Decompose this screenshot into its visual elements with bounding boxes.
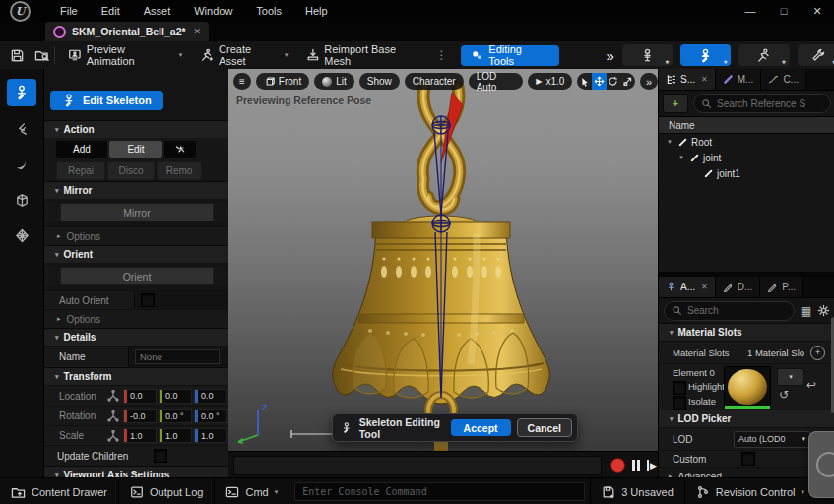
toolbar-overflow-icon[interactable]: » — [607, 47, 614, 64]
timeline-scrubber[interactable] — [233, 456, 602, 475]
location-x-field[interactable]: 0.0 — [123, 389, 157, 404]
tree-row-root[interactable]: ▾ Root — [659, 134, 834, 150]
location-z-field[interactable]: 0.0 — [194, 389, 227, 404]
tab-close-icon[interactable]: ✕ — [194, 27, 202, 36]
menu-file[interactable]: File — [48, 2, 90, 20]
cancel-button[interactable]: Cancel — [517, 418, 572, 437]
tree-row-joint1[interactable]: joint1 — [659, 165, 834, 181]
tab-asset-details[interactable]: A... ✕ — [659, 277, 716, 297]
unreal-logo-icon[interactable]: U — [10, 1, 31, 22]
add-bone-button[interactable]: + — [663, 94, 688, 113]
auto-orient-checkbox[interactable] — [141, 293, 155, 307]
tree-row-joint[interactable]: ▾ joint — [659, 150, 834, 165]
highlight-checkbox[interactable] — [673, 381, 686, 395]
bend-tool-button[interactable] — [7, 152, 36, 177]
floating-drawer-handle[interactable] — [808, 431, 834, 498]
undo-arrow-icon[interactable]: ↩ — [806, 378, 816, 392]
tab-skeleton-tree[interactable]: S... ✕ — [659, 69, 716, 90]
tree-column-header[interactable]: Name — [659, 116, 834, 134]
camera-mode-button[interactable]: Front — [256, 73, 309, 90]
material-thumbnail[interactable] — [724, 366, 771, 409]
select-bone-button[interactable] — [164, 141, 196, 158]
pause-button[interactable] — [632, 460, 640, 471]
tab-close-icon[interactable]: ✕ — [701, 283, 708, 291]
close-button[interactable]: ✕ — [801, 5, 834, 18]
3d-viewport[interactable]: Z ≡ Front Lit Show Character LOD Auto ▶ … — [228, 69, 658, 451]
rotation-y-field[interactable]: 0.0 ° — [159, 409, 192, 423]
mirror-button[interactable]: Mirror — [60, 203, 214, 221]
view-mode-button[interactable]: Lit — [314, 73, 354, 90]
lod-dropdown[interactable]: Auto (LOD0 ▾ — [734, 431, 810, 448]
mesh-tool-button[interactable] — [7, 187, 36, 213]
save-icon[interactable] — [10, 48, 25, 63]
menu-window[interactable]: Window — [182, 2, 244, 20]
character-button[interactable]: Character — [405, 73, 464, 90]
material-dropdown-button[interactable]: ▾ — [777, 368, 804, 386]
menu-edit[interactable]: Edit — [90, 2, 132, 20]
sphere-tool-button[interactable] — [7, 222, 36, 248]
isolate-checkbox[interactable] — [673, 396, 686, 410]
scale-x-field[interactable]: 1.0 — [123, 428, 157, 443]
rotate-tool-button[interactable] — [607, 73, 621, 90]
editing-tools-button[interactable]: Editing Tools — [461, 45, 559, 66]
expander-icon[interactable]: ▾ — [665, 138, 674, 146]
maximize-button[interactable]: □ — [767, 5, 801, 18]
use-selected-icon[interactable]: ↺ — [779, 388, 789, 402]
viewport-menu-button[interactable]: ≡ — [233, 73, 251, 90]
settings-gear-icon[interactable] — [817, 304, 830, 317]
reimport-options-kebab-icon[interactable]: ⋮ — [433, 48, 451, 62]
tab-morph-targets[interactable]: M... — [716, 69, 762, 90]
content-drawer-button[interactable]: Content Drawer — [0, 478, 118, 504]
menu-asset[interactable]: Asset — [132, 2, 183, 20]
create-asset-button[interactable]: Create Asset ▾ — [191, 44, 296, 66]
expander-icon[interactable]: ▾ — [676, 154, 686, 161]
skeleton-mode-button[interactable]: ★ — [622, 44, 673, 66]
tools-mode-button[interactable]: ★ — [798, 44, 834, 66]
scale-tool-button[interactable] — [620, 73, 635, 90]
skeleton-editing-mode-button[interactable]: ★ — [680, 44, 731, 66]
display-filter-icon[interactable]: ▦ — [801, 304, 811, 318]
material-slots-header[interactable]: ▾ Material Slots — [659, 323, 834, 341]
select-tool-button[interactable] — [577, 73, 592, 90]
mirror-options-row[interactable]: ▸ Options — [44, 226, 229, 245]
tree-search-input[interactable]: Search Reference S — [693, 94, 831, 113]
location-y-field[interactable]: 0.0 — [159, 389, 192, 404]
orient-section-header[interactable]: ▾ Orient — [44, 245, 229, 263]
browse-content-icon[interactable] — [34, 48, 50, 63]
action-section-header[interactable]: ▾ Action — [44, 120, 229, 138]
rotation-x-field[interactable]: -0.0 — [123, 409, 157, 423]
reimport-base-mesh-button[interactable]: Reimport Base Mesh — [297, 44, 433, 66]
mirror-section-header[interactable]: ▾ Mirror — [44, 181, 229, 199]
tab-curves[interactable]: C... — [761, 69, 806, 90]
scale-y-field[interactable]: 1.0 — [159, 428, 192, 443]
lod-picker-header[interactable]: ▾ LOD Picker — [659, 410, 834, 427]
disconnect-button[interactable]: Disco — [107, 161, 155, 180]
viewport-toolbar-overflow-button[interactable]: » — [640, 73, 658, 90]
minimize-button[interactable]: — — [734, 5, 767, 18]
output-log-button[interactable]: Output Log — [119, 478, 214, 504]
menu-help[interactable]: Help — [293, 2, 340, 20]
step-forward-button[interactable]: ▶ — [647, 460, 657, 471]
weld-tool-button[interactable] — [7, 116, 36, 142]
asset-tab[interactable]: SKM_Oriental_Bell_a2* ✕ — [45, 22, 209, 41]
show-button[interactable]: Show — [359, 73, 400, 90]
remove-button[interactable]: Remo — [157, 161, 202, 180]
bell-3d-scene[interactable]: Z — [228, 69, 658, 451]
orient-options-row[interactable]: ▸ Options — [44, 309, 229, 328]
menu-tools[interactable]: Tools — [244, 2, 293, 20]
repair-button[interactable]: Repai — [56, 161, 105, 180]
tab-details[interactable]: D... — [716, 277, 761, 297]
tab-close-icon[interactable]: ✕ — [701, 75, 708, 84]
add-button[interactable]: Add — [56, 141, 107, 158]
update-children-checkbox[interactable] — [154, 449, 167, 463]
details-search-input[interactable]: Search — [664, 301, 795, 321]
animation-mode-button[interactable]: ★ — [738, 44, 789, 66]
edit-skeleton-button[interactable]: Edit Skeleton — [50, 91, 163, 110]
accept-button[interactable]: Accept — [451, 419, 511, 436]
record-button[interactable] — [610, 458, 625, 472]
cmd-dropdown-button[interactable]: Cmd ▾ — [215, 478, 289, 504]
console-command-input[interactable]: Enter Console Command — [294, 482, 585, 501]
transform-section-header[interactable]: ▾ Transform — [44, 367, 229, 385]
rotation-z-field[interactable]: 0.0 ° — [194, 409, 227, 423]
add-material-slot-button[interactable]: + — [810, 346, 825, 360]
